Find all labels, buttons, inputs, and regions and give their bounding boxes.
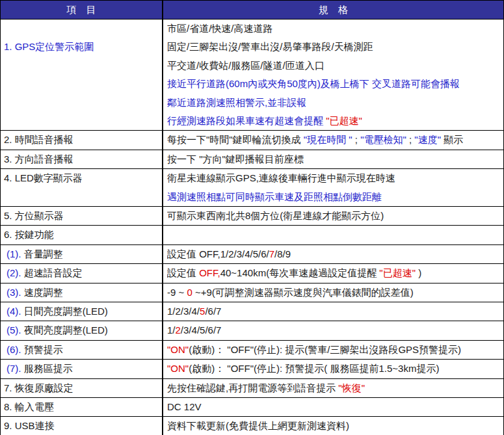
text-segment: (2).: [7, 267, 21, 278]
item-cell: (3). 速度調整: [1, 283, 163, 302]
spec-line: -9 ~ 0 ~+9(可調整測速器顯示速度與汽車儀錶間的誤差值): [167, 283, 501, 302]
text-segment: "恢復": [338, 382, 365, 393]
item-cell: (6). 預警提示: [1, 341, 163, 359]
table-row: (7). 服務區提示"ON"(啟動)： "OFF"(停止): 預警提示( 服務區…: [1, 359, 503, 378]
spec-line: 固定/三腳架出沒/警車出沒/易肇事路段/天橋測距: [167, 38, 501, 56]
text-segment: 接近平行道路(60m內或夾角50度內)及橋上橋下 交叉道路可能會播報: [167, 78, 460, 89]
spec-line: "ON"(啟動)： "OFF"(停止): 提示(警車/三腳架出沒路段GPS預警提…: [167, 341, 501, 359]
text-segment: 速度調整: [21, 287, 63, 298]
text-segment: 超速語音設定: [21, 267, 83, 278]
text-segment: 1. GPS定位警示範圍: [4, 41, 94, 52]
text-segment: 1/: [167, 324, 176, 336]
item-cell: (7). 服務區提示: [1, 360, 163, 378]
item-cell: (5). 夜間亮度調整(LED): [1, 321, 163, 339]
text-segment: 設定值 OFF,1/2/3/4/5/6/: [167, 248, 269, 259]
text-segment: 先按住確認鍵,再打開電源等到語音提示: [167, 382, 338, 393]
spec-line: "ON"(啟動)： "OFF"(停止): 預警提示( 服務區提前1.5~3km提…: [167, 360, 501, 378]
text-segment: ;: [406, 134, 415, 145]
spec-cell: 按一下 "方向"鍵即播報目前座標: [163, 150, 503, 168]
text-segment: 9. USB連接: [4, 420, 55, 431]
spec-line: 衛星未連線顯示GPS,連線後車輛行進中顯示現在時速: [167, 169, 501, 187]
text-segment: 2. 時間語音播報: [4, 134, 73, 145]
spec-line: 資料下載更新(免費提供上網更新測速資料): [167, 417, 501, 435]
spec-line: [167, 226, 501, 244]
text-segment: 3. 方向語音播報: [4, 153, 73, 165]
table-row: 8. 輸入電壓DC 12V: [1, 397, 503, 416]
text-segment: 服務區提示: [21, 363, 73, 374]
spec-cell: 設定值 OFF,40~140km(每次車速越過設定值提醒 "已超速" ): [163, 264, 503, 282]
spec-line: 每按一下"時間"鍵即輪流切換成 "現在時間 " ; "電壓檢知" ; "速度" …: [167, 131, 501, 149]
text-segment: 衛星未連線顯示GPS,連線後車輛行進中顯示現在時速: [167, 172, 395, 183]
spec-cell: 1/2/3/4/5/6/7: [163, 302, 503, 321]
table-row: 2. 時間語音播報每按一下"時間"鍵即輪流切換成 "現在時間 " ; "電壓檢知…: [1, 130, 503, 149]
text-segment: "已超速": [326, 115, 362, 126]
item-cell: 3. 方向語音播報: [1, 150, 163, 168]
spec-cell: "ON"(啟動)： "OFF"(停止): 預警提示( 服務區提前1.5~3km提…: [163, 360, 503, 378]
spec-line: 市區/省道/快速/高速道路: [167, 20, 501, 38]
text-segment: 6. 按鍵功能: [4, 229, 54, 240]
text-segment: 平交道/收費站/服務區/隧道/匝道入口: [167, 60, 325, 71]
table-row: 7. 恢復原廠設定先按住確認鍵,再打開電源等到語音提示 "恢復": [1, 378, 503, 397]
text-segment: 固定/三腳架出沒/警車出沒/易肇事路段/天橋測距: [167, 41, 373, 52]
spec-cell: 衛星未連線顯示GPS,連線後車輛行進中顯示現在時速遇測速照相點可同時顯示車速及距…: [163, 169, 503, 206]
item-cell: 7. 恢復原廠設定: [1, 379, 163, 397]
spec-line: 設定值 OFF,40~140km(每次車速越過設定值提醒 "已超速" ): [167, 264, 501, 282]
text-segment: OFF,: [199, 267, 220, 278]
text-segment: 0: [187, 287, 192, 298]
item-cell: (4). 日間亮度調整(LED): [1, 302, 163, 321]
text-segment: ~+9(可調整測速器顯示速度與汽車儀錶間的誤差值): [192, 287, 414, 298]
text-segment: "現在時間 ": [304, 134, 352, 145]
spec-line: 1/2/3/4/5/6/7: [167, 321, 501, 339]
item-cell: (1). 音量調整: [1, 245, 163, 263]
text-segment: "電壓檢知": [360, 134, 406, 145]
spec-line: 行經測速路段如果車速有超速會提醒 "已超速": [167, 112, 501, 130]
header-spec-column: 規 格: [163, 1, 503, 19]
table-row: 3. 方向語音播報按一下 "方向"鍵即播報目前座標: [1, 150, 503, 168]
spec-line: 先按住確認鍵,再打開電源等到語音提示 "恢復": [167, 379, 501, 397]
spec-cell: -9 ~ 0 ~+9(可調整測速器顯示速度與汽車儀錶間的誤差值): [163, 283, 503, 302]
table-row: 1. GPS定位警示範圍市區/省道/快速/高速道路固定/三腳架出沒/警車出沒/易…: [1, 19, 503, 130]
header-item-column: 項 目: [1, 1, 163, 19]
spec-cell: 設定值 OFF,1/2/3/4/5/6/7/8/9: [163, 245, 503, 263]
text-segment: (4).: [7, 306, 21, 317]
spec-cell: [163, 226, 503, 244]
table-header: 項 目 規 格: [1, 1, 503, 19]
table-row: 5. 方位顯示器可顯示東西南北共8個方位(衛星連線才能顯示方位): [1, 206, 503, 225]
text-segment: ;: [352, 134, 361, 145]
text-segment: 音量調整: [21, 248, 63, 259]
text-segment: 顯示: [441, 134, 463, 145]
text-segment: (7).: [7, 363, 21, 374]
table-body: 1. GPS定位警示範圍市區/省道/快速/高速道路固定/三腳架出沒/警車出沒/易…: [1, 19, 503, 435]
table-row: (6). 預警提示"ON"(啟動)： "OFF"(停止): 提示(警車/三腳架出…: [1, 340, 503, 359]
text-segment: /6/7: [205, 306, 221, 317]
text-segment: "ON": [167, 344, 189, 355]
text-segment: (3).: [7, 287, 21, 298]
text-segment: (6).: [7, 344, 21, 355]
text-segment: /3/4/5/6/7: [181, 324, 222, 336]
spec-cell: 資料下載更新(免費提供上網更新測速資料): [163, 417, 503, 435]
item-cell: 6. 按鍵功能: [1, 226, 163, 244]
text-segment: 夜間亮度調整(LED): [21, 324, 108, 336]
table-row: 9. USB連接資料下載更新(免費提供上網更新測速資料): [1, 416, 503, 435]
table-row: (3). 速度調整-9 ~ 0 ~+9(可調整測速器顯示速度與汽車儀錶間的誤差值…: [1, 283, 503, 302]
spec-line: 可顯示東西南北共8個方位(衛星連線才能顯示方位): [167, 207, 501, 225]
text-segment: DC 12V: [167, 401, 202, 412]
text-segment: 按一下 "方向"鍵即播報目前座標: [167, 153, 304, 165]
text-segment: 40~140km(每次車速越過設定值提醒: [220, 267, 380, 278]
text-segment: 7. 恢復原廠設定: [4, 382, 73, 393]
table-row: (2). 超速語音設定設定值 OFF,40~140km(每次車速越過設定值提醒 …: [1, 263, 503, 282]
text-segment: 可顯示東西南北共8個方位(衛星連線才能顯示方位): [167, 210, 384, 221]
text-segment: (5).: [7, 324, 21, 336]
text-segment: "速度": [414, 134, 441, 145]
spec-line: 接近平行道路(60m內或夾角50度內)及橋上橋下 交叉道路可能會播報: [167, 75, 501, 93]
text-segment: 鄰近道路測速照相警示,並非誤報: [167, 97, 306, 108]
text-segment: 行經測速路段如果車速有超速會提醒: [167, 115, 326, 126]
text-segment: 2: [176, 324, 181, 336]
item-cell: 4. LED數字顯示器: [1, 169, 163, 206]
item-cell: 9. USB連接: [1, 417, 163, 435]
item-cell: 8. 輸入電壓: [1, 398, 163, 416]
spec-line: 1/2/3/4/5/6/7: [167, 302, 501, 321]
text-segment: (1).: [7, 248, 21, 259]
spec-cell: 先按住確認鍵,再打開電源等到語音提示 "恢復": [163, 379, 503, 397]
spec-line: 鄰近道路測速照相警示,並非誤報: [167, 94, 501, 112]
